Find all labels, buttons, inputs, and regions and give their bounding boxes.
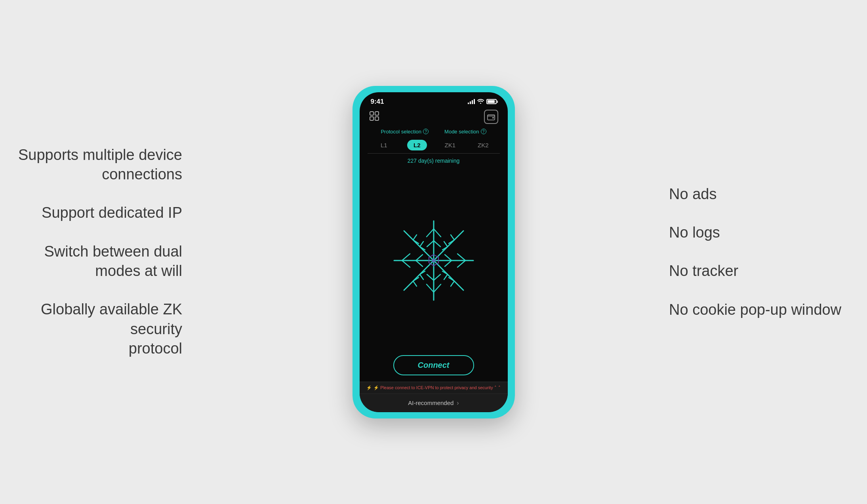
battery-icon: [486, 99, 497, 104]
connect-button-area: Connect: [360, 355, 508, 382]
feature-zk-security: Globally available ZK securityprotocol: [0, 300, 182, 359]
svg-line-37: [444, 274, 448, 280]
phone-outer: 9:41: [353, 86, 515, 418]
svg-line-10: [427, 229, 434, 237]
warning-text: ⚡ ⚡ Please connect to ICE-VPN to protect…: [366, 385, 501, 390]
protocol-selection-label[interactable]: Protocol selection ?: [381, 129, 429, 135]
svg-line-21: [416, 261, 423, 266]
status-time: 9:41: [371, 98, 384, 106]
page-wrapper: Supports multiple deviceconnections Supp…: [0, 0, 867, 504]
svg-line-13: [434, 241, 440, 247]
protocol-underline: [368, 153, 500, 154]
svg-line-25: [445, 261, 452, 266]
signal-icon: [468, 99, 475, 104]
feature-no-ads: No ads: [669, 184, 716, 204]
svg-line-27: [451, 235, 454, 240]
right-features-panel: No ads No logs No tracker No cookie pop-…: [637, 184, 867, 320]
svg-point-43: [432, 259, 436, 262]
svg-rect-5: [492, 117, 494, 118]
svg-line-23: [457, 261, 465, 267]
protocol-info-icon[interactable]: ?: [423, 129, 429, 134]
days-remaining: 227 day(s) remaining: [360, 155, 508, 166]
svg-rect-1: [375, 112, 379, 115]
feature-no-cookie: No cookie pop-up window: [669, 300, 841, 320]
svg-rect-3: [375, 117, 379, 120]
mode-selection-label[interactable]: Mode selection ?: [444, 129, 486, 135]
svg-line-15: [434, 284, 441, 292]
feature-no-tracker: No tracker: [669, 262, 738, 281]
status-icons: [468, 99, 497, 105]
ai-recommended-bar[interactable]: AI-recommended ›: [360, 394, 508, 412]
feature-dual-mode: Switch between dual modes at will: [0, 242, 182, 281]
svg-line-18: [402, 254, 410, 261]
svg-line-20: [416, 255, 423, 261]
ai-recommended-text: AI-recommended: [408, 399, 454, 406]
phone-screen: 9:41: [360, 92, 508, 412]
snowflake-icon: [390, 215, 477, 306]
mode-info-icon[interactable]: ?: [481, 129, 486, 134]
svg-line-12: [427, 241, 434, 247]
top-action-bar: [360, 108, 508, 127]
svg-line-16: [427, 274, 434, 280]
svg-line-22: [457, 254, 465, 261]
svg-line-31: [413, 235, 417, 240]
connect-button[interactable]: Connect: [393, 355, 474, 375]
wifi-icon: [477, 99, 484, 105]
wallet-button[interactable]: [484, 110, 498, 124]
feature-dedicated-ip: Support dedicated IP: [42, 204, 182, 223]
svg-line-33: [420, 242, 423, 247]
tab-l2[interactable]: L2: [400, 139, 434, 151]
snowflake-area: [360, 166, 508, 355]
status-bar: 9:41: [360, 92, 508, 108]
selection-row: Protocol selection ? Mode selection ?: [360, 127, 508, 136]
svg-line-24: [445, 255, 452, 261]
phone-container: 9:41: [353, 86, 515, 418]
feature-no-logs: No logs: [669, 223, 720, 242]
svg-line-17: [434, 274, 440, 280]
tab-zk2[interactable]: ZK2: [467, 139, 500, 151]
chevron-right-icon: ›: [457, 399, 459, 407]
svg-line-35: [451, 281, 454, 286]
svg-line-29: [444, 242, 448, 247]
tab-zk1[interactable]: ZK1: [434, 139, 467, 151]
tab-l1[interactable]: L1: [368, 139, 401, 151]
left-features-panel: Supports multiple deviceconnections Supp…: [0, 145, 206, 359]
grid-icon[interactable]: [369, 111, 379, 123]
svg-line-14: [427, 284, 434, 292]
protocol-tabs: L1 L2 ZK1 ZK2: [360, 136, 508, 152]
svg-rect-0: [370, 112, 373, 115]
warning-bar: ⚡ ⚡ Please connect to ICE-VPN to protect…: [360, 382, 508, 394]
svg-rect-2: [370, 117, 373, 120]
svg-line-11: [434, 229, 441, 237]
svg-line-39: [413, 281, 417, 286]
svg-line-41: [420, 274, 423, 280]
svg-line-19: [402, 261, 410, 267]
feature-multi-device: Supports multiple deviceconnections: [18, 145, 182, 184]
